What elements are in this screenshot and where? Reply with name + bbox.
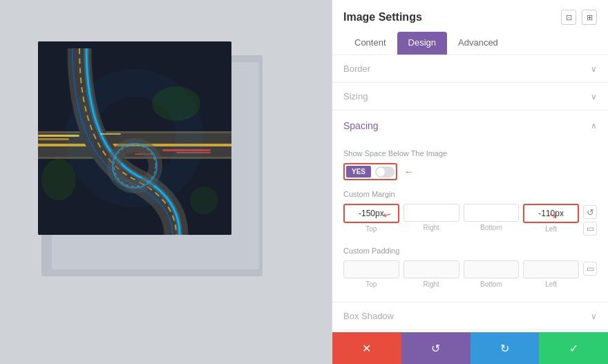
- border-section: Border ∨: [332, 55, 608, 83]
- panel-content: Border ∨ Sizing ∨ Spacing ∧ Show Space B…: [332, 55, 608, 332]
- box-shadow-header[interactable]: Box Shadow ∨: [332, 303, 608, 329]
- margin-bottom-input[interactable]: [464, 204, 520, 222]
- redo-button[interactable]: ↻: [471, 332, 540, 364]
- layout-icon-btn[interactable]: ⊞: [582, 10, 597, 25]
- toggle-row: YES ←: [343, 163, 597, 180]
- padding-device-btn[interactable]: ▭: [583, 262, 597, 276]
- cancel-button[interactable]: ✕: [332, 332, 401, 364]
- svg-point-16: [41, 159, 76, 200]
- padding-top-label: Top: [365, 280, 377, 288]
- box-shadow-section: Box Shadow ∨: [332, 303, 608, 330]
- spacing-chevron: ∧: [591, 121, 597, 131]
- svg-rect-10: [100, 133, 121, 135]
- custom-margin-label: Custom Margin: [343, 190, 597, 198]
- toggle-slider[interactable]: [375, 166, 395, 178]
- save-button[interactable]: ✓: [539, 332, 608, 364]
- padding-right-input[interactable]: [403, 260, 459, 278]
- svg-rect-5: [38, 157, 231, 159]
- margin-right-group: Right: [403, 204, 459, 233]
- padding-left-input[interactable]: [523, 260, 579, 278]
- margin-right-input[interactable]: [403, 204, 459, 222]
- main-image: [38, 41, 231, 235]
- tab-design[interactable]: Design: [397, 32, 447, 55]
- margin-left-group: Left: [523, 204, 579, 233]
- padding-left-label: Left: [545, 280, 557, 288]
- margin-right-label: Right: [423, 224, 439, 231]
- panel-footer: ✕ ↺ ↻ ✓: [332, 332, 608, 364]
- sizing-section: Sizing ∨: [332, 83, 608, 111]
- border-chevron: ∨: [591, 64, 597, 74]
- margin-left-input[interactable]: [523, 204, 579, 223]
- toggle-arrow: ←: [404, 166, 413, 177]
- padding-bottom-group: Bottom: [464, 260, 520, 288]
- margin-top-input[interactable]: [343, 204, 399, 223]
- panel-icons: ⊡ ⊞: [561, 10, 597, 25]
- margin-left-label: Left: [545, 225, 557, 233]
- margin-reset-btn[interactable]: ↺: [583, 205, 597, 219]
- padding-bottom-label: Bottom: [480, 280, 502, 288]
- margin-device-btn[interactable]: ▭: [583, 222, 597, 236]
- spacing-section: Spacing ∧ Show Space Below The Image YES…: [332, 111, 608, 303]
- border-label: Border: [343, 64, 370, 74]
- padding-left-group: Left: [523, 260, 579, 288]
- spacing-content: Show Space Below The Image YES ← Custom …: [332, 149, 608, 302]
- padding-right-label: Right: [423, 280, 439, 288]
- tab-bar: Content Design Advanced: [343, 32, 597, 55]
- padding-top-input[interactable]: [343, 260, 399, 278]
- show-space-label: Show Space Below The Image: [343, 149, 597, 157]
- svg-point-17: [190, 186, 218, 214]
- margin-top-group: Top: [343, 204, 399, 233]
- panel-header: Image Settings ⊡ ⊞ Content Design Advanc…: [332, 0, 608, 55]
- box-shadow-label: Box Shadow: [343, 311, 394, 321]
- padding-bottom-input[interactable]: [464, 260, 520, 278]
- toggle-yes-label: YES: [346, 166, 371, 178]
- margin-top-label: Top: [365, 225, 377, 233]
- canvas-area: [0, 0, 332, 364]
- sizing-section-header[interactable]: Sizing ∨: [332, 83, 608, 110]
- box-shadow-chevron: ∨: [591, 312, 597, 321]
- margin-wrapper: Top Right Bottom: [343, 204, 597, 236]
- toggle-container[interactable]: YES: [343, 163, 397, 180]
- margin-inputs: Top Right Bottom: [343, 204, 579, 233]
- reset-button[interactable]: ↺: [401, 332, 471, 364]
- tab-content[interactable]: Content: [343, 32, 397, 55]
- panel-title: Image Settings: [343, 11, 422, 23]
- sizing-label: Sizing: [343, 91, 368, 102]
- tab-advanced[interactable]: Advanced: [447, 32, 509, 55]
- margin-bottom-group: Bottom: [464, 204, 520, 233]
- svg-rect-7: [38, 138, 69, 140]
- settings-panel: Image Settings ⊡ ⊞ Content Design Advanc…: [332, 0, 608, 364]
- spacing-section-header[interactable]: Spacing ∧: [332, 111, 608, 141]
- margin-bottom-label: Bottom: [480, 224, 502, 231]
- padding-top-group: Top: [343, 260, 399, 288]
- padding-right-group: Right: [403, 260, 459, 288]
- padding-inputs: Top Right Bottom Left: [343, 260, 579, 288]
- custom-padding-label: Custom Padding: [343, 247, 597, 255]
- padding-wrapper: Top Right Bottom Left: [343, 260, 597, 291]
- spacing-label: Spacing: [343, 120, 379, 131]
- settings-icon-btn[interactable]: ⊡: [561, 10, 576, 25]
- border-section-header[interactable]: Border ∨: [332, 55, 608, 82]
- sizing-chevron: ∨: [591, 92, 597, 102]
